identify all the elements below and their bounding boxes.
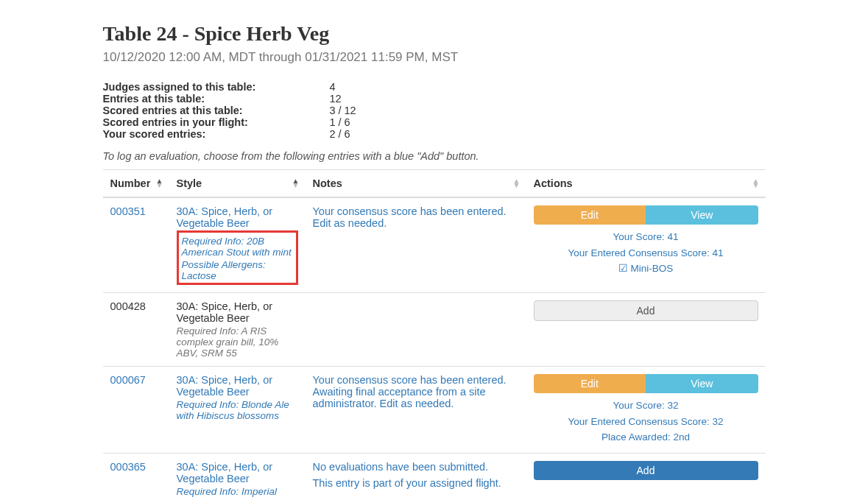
score-info: Your Score: 41 Your Entered Consensus Sc…	[534, 229, 758, 277]
add-button-disabled: Add	[534, 300, 758, 321]
style-name: 30A: Spice, Herb, or Vegetable Beer	[177, 300, 273, 324]
score-info: Your Score: 32 Your Entered Consensus Sc…	[534, 398, 758, 445]
allergens-info: Possible Allergens: Lactose	[182, 259, 293, 281]
place-awarded: Place Awarded: 2nd	[534, 429, 758, 445]
flight-value: 1 / 6	[329, 116, 356, 128]
entries-label: Entries at this table:	[103, 93, 330, 105]
sort-icon: ▲▼	[513, 179, 521, 188]
your-scored-value: 2 / 6	[329, 128, 356, 140]
highlight-box: Required Info: 20B American Stout with m…	[177, 230, 298, 285]
entry-number-link[interactable]: 000351	[110, 205, 146, 217]
required-info: Required Info: A RIS complex grain bill,…	[177, 325, 298, 359]
view-button[interactable]: View	[646, 205, 758, 225]
required-info: Required Info: 20B American Stout with m…	[182, 236, 293, 258]
notes-text: Your consensus score has been entered. E…	[313, 205, 519, 229]
sort-icon: ▲▼	[292, 179, 300, 188]
add-button[interactable]: Add	[534, 461, 758, 480]
required-info: Required Info: Imperial American stout w…	[177, 486, 298, 497]
notes-text: Your consensus score has been entered. A…	[313, 374, 519, 409]
edit-button[interactable]: Edit	[534, 205, 646, 225]
header-actions[interactable]: Actions ▲▼	[526, 170, 766, 198]
entries-table: Number ▲▼ Style ▲▼ Notes ▲▼ Actions ▲▼	[103, 169, 766, 497]
consensus-score: Your Entered Consensus Score: 32	[534, 414, 758, 430]
header-number[interactable]: Number ▲▼	[103, 170, 169, 198]
view-button[interactable]: View	[646, 374, 758, 393]
button-row: Edit View	[534, 205, 758, 225]
sort-icon: ▲▼	[752, 179, 760, 188]
date-range: 10/12/2020 12:00 AM, MDT through 01/31/2…	[103, 50, 766, 65]
mini-bos-checkbox[interactable]: ☑ Mini-BOS	[534, 261, 758, 277]
scored-label: Scored entries at this table:	[103, 105, 330, 116]
entry-number: 000428	[110, 300, 146, 312]
your-scored-label: Your scored entries:	[103, 128, 330, 140]
your-score: Your Score: 41	[534, 229, 758, 245]
consensus-score: Your Entered Consensus Score: 41	[534, 245, 758, 261]
scored-value: 3 / 12	[329, 105, 356, 116]
table-row: 000067 30A: Spice, Herb, or Vegetable Be…	[103, 367, 766, 454]
table-row: 000351 30A: Spice, Herb, or Vegetable Be…	[103, 197, 766, 293]
sort-icon: ▲▼	[156, 179, 163, 188]
check-icon: ☑	[618, 263, 628, 274]
entry-number-link[interactable]: 000067	[110, 374, 146, 386]
edit-button[interactable]: Edit	[534, 374, 646, 393]
judges-value: 4	[329, 81, 356, 93]
required-info: Required Info: Blonde Ale with Hibiscus …	[177, 399, 298, 421]
your-score: Your Score: 32	[534, 398, 758, 414]
entries-value: 12	[329, 93, 356, 105]
flight-label: Scored entries in your flight:	[103, 116, 330, 128]
header-style[interactable]: Style ▲▼	[169, 170, 306, 198]
header-notes[interactable]: Notes ▲▼	[306, 170, 526, 198]
style-name: 30A: Spice, Herb, or Vegetable Beer	[177, 461, 273, 484]
table-row: 000428 30A: Spice, Herb, or Vegetable Be…	[103, 293, 766, 367]
entry-number-link[interactable]: 000365	[110, 461, 146, 473]
stats-block: Judges assigned to this table: 4 Entries…	[103, 81, 356, 140]
button-row: Edit View	[534, 374, 758, 393]
style-name: 30A: Spice, Herb, or Vegetable Beer	[177, 205, 273, 229]
page-title: Table 24 - Spice Herb Veg	[103, 22, 766, 46]
table-row: 000365 30A: Spice, Herb, or Vegetable Be…	[103, 453, 766, 497]
judges-label: Judges assigned to this table:	[103, 81, 330, 93]
style-name: 30A: Spice, Herb, or Vegetable Beer	[177, 374, 273, 398]
instruction-text: To log an evaluation, choose from the fo…	[103, 150, 766, 162]
notes-text: No evaluations have been submitted.	[313, 461, 519, 473]
notes-text: This entry is part of your assigned flig…	[313, 477, 519, 489]
